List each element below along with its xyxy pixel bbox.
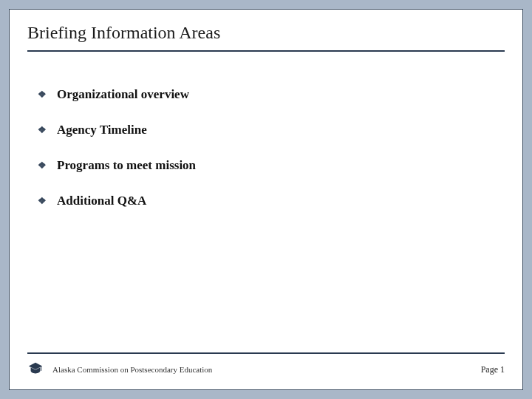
slide-inner: Briefing Information Areas ❖ Organizatio… <box>9 9 523 390</box>
bullet-list: ❖ Organizational overview ❖ Agency Timel… <box>27 87 505 208</box>
diamond-bullet-icon: ❖ <box>38 160 47 171</box>
list-item: ❖ Organizational overview <box>38 87 505 102</box>
list-item: ❖ Additional Q&A <box>38 194 505 208</box>
bullet-text: Programs to meet mission <box>57 158 196 173</box>
bullet-text: Additional Q&A <box>57 194 146 208</box>
list-item: ❖ Programs to meet mission <box>38 158 505 173</box>
slide-frame: Briefing Information Areas ❖ Organizatio… <box>0 0 532 399</box>
diamond-bullet-icon: ❖ <box>38 124 47 136</box>
diamond-bullet-icon: ❖ <box>38 195 47 207</box>
slide-title: Briefing Information Areas <box>27 23 505 50</box>
title-divider <box>27 50 505 52</box>
diamond-bullet-icon: ❖ <box>38 89 47 100</box>
list-item: ❖ Agency Timeline <box>38 123 505 137</box>
page-number: Page 1 <box>481 364 505 375</box>
footer-left: Alaska Commission on Postsecondary Educa… <box>27 361 212 378</box>
grad-cap-icon <box>27 361 44 378</box>
footer-org: Alaska Commission on Postsecondary Educa… <box>52 365 212 374</box>
bullet-text: Organizational overview <box>57 87 189 102</box>
slide-footer: Alaska Commission on Postsecondary Educa… <box>27 352 505 378</box>
footer-row: Alaska Commission on Postsecondary Educa… <box>27 361 505 378</box>
bullet-text: Agency Timeline <box>57 123 147 137</box>
footer-divider <box>27 352 505 354</box>
svg-rect-0 <box>41 366 41 370</box>
